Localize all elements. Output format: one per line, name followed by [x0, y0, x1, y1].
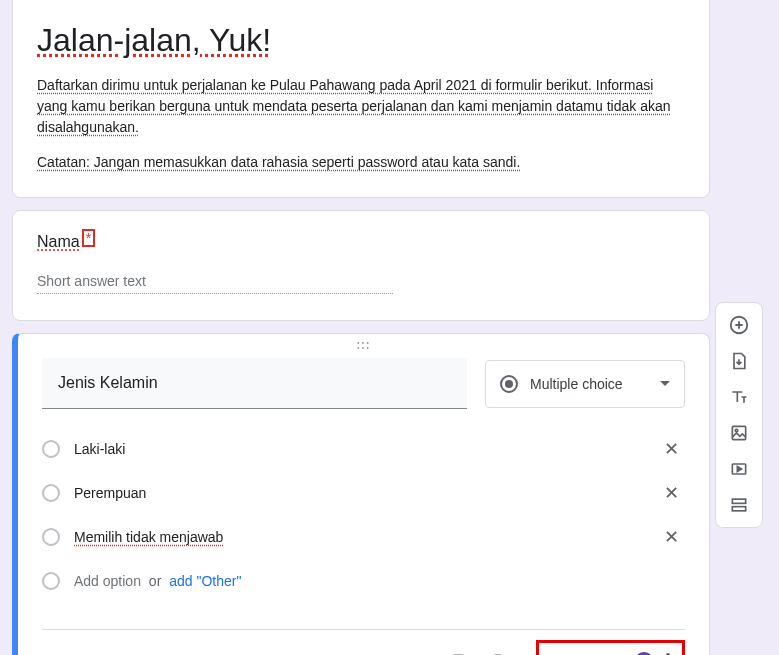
delete-button[interactable] — [480, 644, 516, 655]
option-text[interactable]: Laki-laki — [74, 441, 658, 457]
question-title-input[interactable] — [42, 358, 467, 409]
side-toolbar — [715, 302, 763, 528]
svg-rect-8 — [732, 507, 745, 511]
question-type-label: Multiple choice — [530, 376, 660, 392]
required-asterisk: * — [82, 229, 95, 247]
form-description-2[interactable]: Catatan: Jangan memasukkan data rahasia … — [37, 152, 685, 173]
radio-placeholder-icon — [42, 572, 60, 590]
drag-handle-icon[interactable]: ⋯⋯ — [356, 340, 372, 350]
radio-placeholder-icon — [42, 440, 60, 458]
option-row[interactable]: Perempuan ✕ — [42, 471, 685, 515]
more-options-button[interactable] — [660, 647, 676, 655]
question-card-nama[interactable]: Nama * Short answer text — [12, 210, 710, 321]
svg-point-5 — [735, 429, 738, 432]
question-type-select[interactable]: Multiple choice — [485, 360, 685, 408]
add-option-button[interactable]: Add option — [74, 573, 141, 589]
add-title-button[interactable] — [721, 381, 757, 413]
remove-option-button[interactable]: ✕ — [658, 434, 685, 464]
radio-placeholder-icon — [42, 484, 60, 502]
question-card-editing[interactable]: ⋯⋯ Multiple choice Laki-laki ✕ Perempuan… — [12, 333, 710, 655]
question-footer: Required — [42, 629, 685, 655]
required-highlight-box: Required — [536, 640, 685, 655]
add-video-button[interactable] — [721, 453, 757, 485]
form-title[interactable]: Jalan-jalan, Yuk! — [37, 22, 685, 59]
option-text[interactable]: Perempuan — [74, 485, 658, 501]
radio-icon — [500, 375, 518, 393]
add-question-button[interactable] — [721, 309, 757, 341]
duplicate-button[interactable] — [442, 644, 478, 655]
question-title: Nama * — [37, 233, 685, 251]
short-answer-placeholder: Short answer text — [37, 273, 393, 294]
radio-placeholder-icon — [42, 528, 60, 546]
option-row[interactable]: Laki-laki ✕ — [42, 427, 685, 471]
remove-option-button[interactable]: ✕ — [658, 478, 685, 508]
add-image-button[interactable] — [721, 417, 757, 449]
add-option-row: Add option or add "Other" — [42, 559, 685, 603]
form-description-1[interactable]: Daftarkan dirimu untuk perjalanan ke Pul… — [37, 75, 685, 138]
add-other-button[interactable]: add "Other" — [169, 573, 241, 589]
option-text[interactable]: Memilih tidak menjawab — [74, 529, 658, 545]
svg-rect-7 — [732, 499, 745, 503]
import-questions-button[interactable] — [721, 345, 757, 377]
remove-option-button[interactable]: ✕ — [658, 522, 685, 552]
svg-rect-4 — [732, 426, 745, 439]
chevron-down-icon — [660, 381, 670, 386]
form-header-card: Jalan-jalan, Yuk! Daftarkan dirimu untuk… — [12, 0, 710, 198]
option-row[interactable]: Memilih tidak menjawab ✕ — [42, 515, 685, 559]
or-label: or — [149, 573, 161, 589]
add-section-button[interactable] — [721, 489, 757, 521]
